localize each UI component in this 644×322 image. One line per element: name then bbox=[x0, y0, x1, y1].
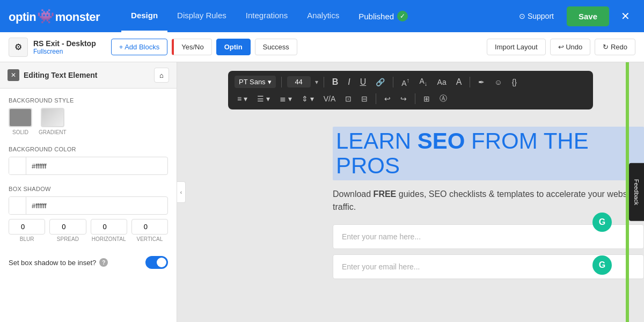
subtext-bold: FREE bbox=[374, 189, 397, 199]
horizontal-input[interactable] bbox=[91, 219, 127, 235]
emoji-button[interactable]: ☺ bbox=[492, 76, 504, 88]
panel-home-button[interactable]: ⌂ bbox=[154, 68, 169, 83]
main-layout: ✕ Editing Text Element ⌂ Background Styl… bbox=[0, 62, 644, 322]
nav-published[interactable]: Published ✓ bbox=[349, 0, 418, 32]
font-size-down-button[interactable]: A↓ bbox=[416, 75, 430, 89]
headline-prefix: LEARN bbox=[336, 128, 418, 153]
table-button[interactable]: ⊞ bbox=[421, 93, 433, 105]
campaign-icon: ⚙ bbox=[9, 38, 28, 57]
collapse-panel-button[interactable]: ‹ bbox=[177, 181, 186, 203]
strikethrough-button[interactable]: Ⓐ bbox=[437, 92, 450, 105]
background-color-group: Background Color bbox=[9, 146, 168, 175]
panel-close-button[interactable]: ✕ bbox=[8, 69, 19, 81]
campaign-name: RS Exit - Desktop bbox=[33, 39, 96, 48]
left-panel: ✕ Editing Text Element ⌂ Background Styl… bbox=[0, 62, 177, 322]
solid-style-option[interactable]: SOLID bbox=[9, 108, 32, 135]
va-button[interactable]: V/A bbox=[321, 93, 339, 105]
bg-color-input[interactable] bbox=[26, 159, 167, 173]
undo-text-button[interactable]: ↩ bbox=[382, 93, 393, 105]
help-icon[interactable]: ? bbox=[99, 258, 108, 267]
toolbar-row-1: PT Sans ▾ ▾ B I U 🔗 A↑ A↓ Aa A ✒ ☺ {} bbox=[235, 75, 587, 89]
undo-button[interactable]: ↩ Undo bbox=[550, 39, 591, 55]
panel-header: ✕ Editing Text Element ⌂ bbox=[0, 62, 177, 89]
line-height-button[interactable]: ⇕ ▾ bbox=[299, 93, 317, 105]
font-family-select[interactable]: PT Sans ▾ bbox=[235, 76, 276, 88]
published-label: Published bbox=[358, 12, 394, 21]
headline-text[interactable]: LEARN SEO FROM THE PROS bbox=[333, 127, 644, 180]
nav-design[interactable]: Design bbox=[121, 0, 167, 32]
vertical-input[interactable] bbox=[131, 219, 168, 235]
size-dropdown-icon: ▾ bbox=[315, 78, 318, 86]
font-case-button[interactable]: Aa bbox=[435, 76, 449, 88]
sep-3 bbox=[393, 77, 393, 87]
grammarly-fab-1[interactable]: G bbox=[592, 213, 612, 232]
feedback-button[interactable]: Feedback bbox=[629, 163, 644, 221]
bg-color-field bbox=[9, 157, 168, 175]
indent-button[interactable]: ⊡ bbox=[342, 93, 354, 105]
code-button[interactable]: {} bbox=[509, 76, 519, 88]
box-shadow-label: Box Shadow bbox=[9, 186, 168, 192]
success-button[interactable]: Success bbox=[255, 39, 297, 55]
text-align-button[interactable]: ≣ ▾ bbox=[277, 93, 295, 105]
campaign-details: RS Exit - Desktop Fullscreen bbox=[33, 39, 96, 55]
link-button[interactable]: 🔗 bbox=[373, 76, 387, 88]
shadow-inputs: BLUR SPREAD HORIZONTAL VERTICAL bbox=[9, 219, 168, 242]
eyedropper-button[interactable]: ✒ bbox=[475, 76, 487, 88]
campaign-type: Fullscreen bbox=[33, 48, 96, 55]
vertical-label: VERTICAL bbox=[137, 236, 163, 242]
toolbar-buttons: + Add Blocks Yes/No Optin Success bbox=[111, 39, 297, 55]
save-button[interactable]: Save bbox=[567, 6, 609, 26]
horizontal-input-group: HORIZONTAL bbox=[91, 219, 127, 242]
spread-label: SPREAD bbox=[57, 236, 79, 242]
subtext: Download FREE guides, SEO checklists & t… bbox=[333, 188, 644, 214]
canvas-area: PT Sans ▾ ▾ B I U 🔗 A↑ A↓ Aa A ✒ ☺ {} bbox=[177, 62, 644, 322]
redo-text-button[interactable]: ↪ bbox=[398, 93, 409, 105]
top-nav: optin👾monster Design Display Rules Integ… bbox=[0, 0, 644, 32]
font-size-up-button[interactable]: A↑ bbox=[399, 75, 412, 89]
italic-button[interactable]: I bbox=[345, 76, 353, 89]
campaign-bar: ⚙ RS Exit - Desktop Fullscreen + Add Blo… bbox=[0, 32, 644, 62]
box-shadow-group: Box Shadow BLUR SPREAD bbox=[9, 186, 168, 242]
background-style-label: Background Style bbox=[9, 97, 168, 104]
nav-right: ⊙ Support Save ✕ bbox=[513, 6, 635, 26]
nav-display-rules[interactable]: Display Rules bbox=[167, 0, 236, 32]
optin-button[interactable]: Optin bbox=[216, 39, 251, 55]
redo-button[interactable]: ↻ Redo bbox=[595, 39, 635, 55]
outdent-button[interactable]: ⊟ bbox=[358, 93, 370, 105]
headline-bold: SEO bbox=[418, 128, 465, 153]
blur-input[interactable] bbox=[9, 219, 45, 235]
blur-label: BLUR bbox=[20, 236, 34, 242]
horizontal-label: HORIZONTAL bbox=[92, 236, 126, 242]
campaign-info: ⚙ RS Exit - Desktop Fullscreen bbox=[9, 38, 96, 57]
underline-button[interactable]: U bbox=[357, 76, 369, 89]
font-size-input[interactable] bbox=[287, 76, 311, 87]
panel-body: Background Style SOLID GRADIENT Backgrou… bbox=[0, 89, 177, 281]
shadow-color-swatch[interactable] bbox=[9, 197, 26, 214]
solid-label: SOLID bbox=[12, 129, 28, 135]
background-color-label: Background Color bbox=[9, 146, 168, 152]
font-dropdown-icon: ▾ bbox=[268, 78, 272, 86]
nav-integrations[interactable]: Integrations bbox=[236, 0, 297, 32]
yes-no-button[interactable]: Yes/No bbox=[172, 39, 211, 55]
inset-toggle-row: Set box shadow to be inset? ? bbox=[9, 253, 168, 272]
font-clear-button[interactable]: A bbox=[453, 76, 465, 89]
spread-input[interactable] bbox=[49, 219, 86, 235]
gradient-swatch bbox=[41, 108, 64, 127]
sep-1 bbox=[281, 77, 282, 87]
grammarly-fab-2[interactable]: G bbox=[592, 255, 612, 275]
inset-toggle[interactable] bbox=[145, 256, 168, 269]
nav-analytics[interactable]: Analytics bbox=[297, 0, 349, 32]
sep-5 bbox=[376, 93, 376, 104]
support-button[interactable]: ⊙ Support bbox=[513, 9, 560, 24]
gradient-style-option[interactable]: GRADIENT bbox=[39, 108, 67, 135]
ordered-list-button[interactable]: ≡ ▾ bbox=[235, 93, 250, 105]
bold-button[interactable]: B bbox=[330, 76, 341, 89]
logo-icon: 👾 bbox=[37, 8, 54, 24]
unordered-list-button[interactable]: ☰ ▾ bbox=[254, 93, 273, 105]
close-button[interactable]: ✕ bbox=[616, 6, 635, 26]
bg-color-swatch[interactable] bbox=[9, 157, 26, 174]
add-blocks-button[interactable]: + Add Blocks bbox=[111, 39, 168, 55]
import-layout-button[interactable]: Import Layout bbox=[487, 39, 546, 55]
inset-label: Set box shadow to be inset? ? bbox=[9, 258, 108, 267]
shadow-color-input[interactable] bbox=[26, 199, 167, 213]
